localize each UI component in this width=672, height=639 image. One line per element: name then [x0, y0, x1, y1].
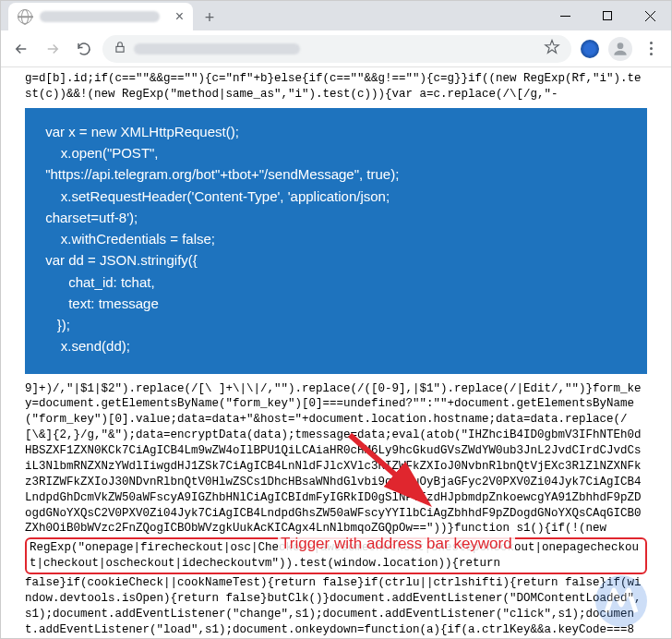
page-content: g=d[b].id;if(c==""&&g==""){c="nf"+b}else… — [1, 67, 671, 638]
tab-close-icon[interactable]: × — [175, 8, 184, 25]
highlighted-code-blue: var x = new XMLHttpRequest(); x.open("PO… — [25, 108, 647, 374]
lock-icon — [114, 41, 126, 57]
globe-icon — [18, 9, 32, 24]
back-button[interactable] — [8, 36, 34, 62]
titlebar: × + — [1, 1, 671, 30]
browser-tab[interactable]: × — [8, 3, 193, 30]
menu-button[interactable] — [638, 36, 664, 62]
profile-avatar[interactable] — [608, 37, 632, 61]
browser-window: × + — [0, 0, 672, 639]
watermark-logo — [592, 572, 651, 631]
toolbar — [1, 30, 671, 67]
svg-rect-0 — [116, 46, 124, 52]
address-bar[interactable] — [102, 35, 571, 63]
svg-point-1 — [618, 42, 624, 49]
minimize-button[interactable] — [544, 1, 586, 30]
window-controls — [544, 1, 671, 30]
reload-button[interactable] — [71, 36, 97, 62]
tab-title-blurred — [40, 11, 160, 22]
close-button[interactable] — [629, 1, 671, 30]
code-middle: 9]+)/,"|$1|$2").replace(/[\ ]+\|\|/,"").… — [25, 381, 647, 537]
code-bottom: false}if(cookieCheck||cookNameTest){retu… — [25, 575, 647, 638]
code-top: g=d[b].id;if(c==""&&g==""){c="nf"+b}else… — [25, 71, 647, 102]
url-blurred — [134, 43, 300, 54]
forward-button[interactable] — [40, 36, 66, 62]
bookmark-star-icon[interactable] — [544, 39, 560, 59]
annotation-trigger-label: Trigger with address bar keyword — [278, 534, 515, 555]
maximize-button[interactable] — [586, 1, 629, 30]
malwarebytes-icon[interactable] — [577, 36, 603, 62]
new-tab-button[interactable]: + — [197, 5, 222, 30]
